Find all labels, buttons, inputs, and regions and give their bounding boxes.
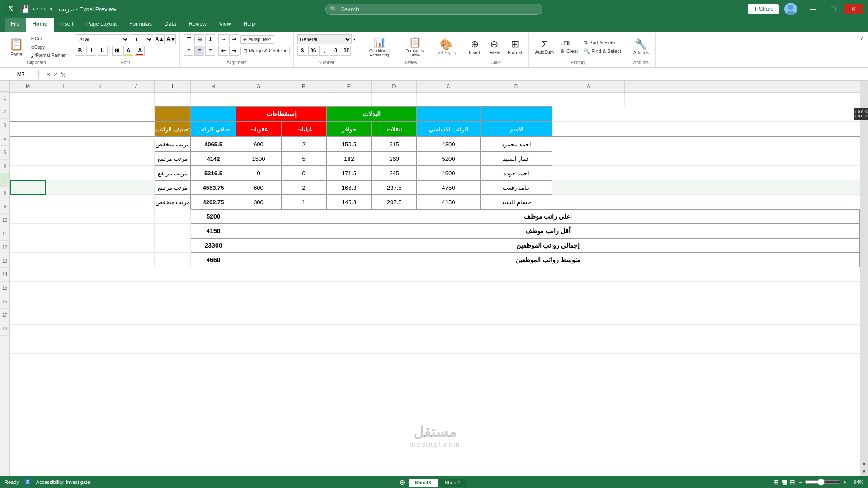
cell-M7-selected[interactable] <box>10 180 46 195</box>
conditional-formatting-button[interactable]: 📊 Conditional Formatting <box>363 35 396 59</box>
tab-home[interactable]: Home <box>26 18 53 32</box>
incentives-header[interactable]: حوافز <box>326 122 372 137</box>
cell-total-label[interactable]: إجمالي رواتب الموظفين <box>236 238 860 253</box>
cell-incentives-5[interactable]: 145.3 <box>326 195 372 209</box>
sidebar-scroll-down[interactable]: ▼ <box>860 467 868 476</box>
allowances-merged-header[interactable]: البدلات <box>326 106 417 122</box>
cell-A1[interactable] <box>552 93 625 106</box>
cell-net-2[interactable]: 4142 <box>191 151 236 166</box>
cell-J10[interactable] <box>118 224 155 238</box>
cell-absences-1[interactable]: 2 <box>281 137 326 151</box>
cell-D1[interactable] <box>372 93 417 106</box>
number-format-select[interactable]: General Number Currency Percentage <box>297 34 352 44</box>
cell-salary-class-3[interactable]: مرتب مرتفع <box>155 166 191 180</box>
cell-J3[interactable] <box>118 122 155 137</box>
close-button[interactable]: ✕ <box>844 4 863 14</box>
cell-H2-net-header-top[interactable] <box>191 106 236 122</box>
align-right-button[interactable]: ≡ <box>205 46 215 56</box>
fill-button[interactable]: ↓ Fill <box>558 39 580 47</box>
cell-total-value[interactable]: 23300 <box>191 238 236 253</box>
cell-M15[interactable] <box>10 296 46 310</box>
save-icon[interactable]: 💾 <box>21 5 30 14</box>
cell-absences-2[interactable]: 5 <box>281 151 326 166</box>
cell-max-value[interactable]: 5200 <box>191 209 236 224</box>
sidebar-scroll-up[interactable]: ▲ <box>860 459 868 467</box>
underline-button[interactable]: U <box>98 46 108 56</box>
cell-L12[interactable] <box>46 253 82 267</box>
cell-name-4[interactable]: حامد رفعت <box>480 180 552 195</box>
new-sheet-button[interactable]: ⊕ <box>396 478 408 487</box>
decrease-decimal-button[interactable]: .00 <box>341 46 351 56</box>
increase-decimal-button[interactable]: .0 <box>330 46 340 56</box>
page-break-view-icon[interactable]: ⊟ <box>790 479 795 486</box>
paste-button[interactable]: 📋 Paste <box>5 35 27 59</box>
cell-J11[interactable] <box>118 238 155 253</box>
wrap-text-button[interactable]: ↵ Wrap Text <box>240 35 274 44</box>
cell-J6[interactable] <box>118 166 155 180</box>
delete-button[interactable]: ⊖ Delete <box>485 37 503 56</box>
decrease-indent-button[interactable]: ⇤ <box>218 46 228 56</box>
align-middle-button[interactable]: ⊟ <box>194 34 204 44</box>
cell-K8[interactable] <box>82 195 118 209</box>
cell-K9[interactable] <box>82 209 118 224</box>
cell-net-4[interactable]: 4553.75 <box>191 180 236 195</box>
basic-salary-header[interactable]: الراتب الاساسي <box>417 122 480 137</box>
tab-data[interactable]: Data <box>158 18 182 32</box>
tab-insert[interactable]: Insert <box>54 18 80 32</box>
cell-C2-basic-header-top[interactable] <box>417 106 480 122</box>
cell-penalties-4[interactable]: 600 <box>236 180 281 195</box>
sheet-content[interactable]: M L K J I H G F E D C B A <box>10 81 860 476</box>
sheet-tab-sheet1[interactable]: Sheet1 <box>439 479 467 487</box>
cell-K11[interactable] <box>82 238 118 253</box>
cell-transfers-2[interactable]: 260 <box>372 151 417 166</box>
sheet-tab-sheet3[interactable]: Sheet3 <box>409 479 438 487</box>
cancel-formula-button[interactable]: ✕ <box>46 71 51 78</box>
cell-C1[interactable] <box>417 93 480 106</box>
cell-L4[interactable] <box>46 137 82 151</box>
cell-J2[interactable] <box>118 106 155 122</box>
zoom-slider[interactable] <box>805 479 841 486</box>
cell-L7[interactable] <box>46 180 82 195</box>
cell-M11[interactable] <box>10 238 46 253</box>
cell-reference-input[interactable] <box>3 70 39 79</box>
cell-basic-5[interactable]: 4150 <box>417 195 480 209</box>
normal-view-icon[interactable]: ⊞ <box>773 479 778 486</box>
insert-function-button[interactable]: fx <box>60 71 65 78</box>
cell-basic-3[interactable]: 4900 <box>417 166 480 180</box>
format-button[interactable]: ⊞ Format <box>505 37 525 56</box>
cell-M5[interactable] <box>10 151 46 166</box>
autosum-button[interactable]: Σ AutoSum <box>533 38 557 56</box>
cell-styles-button[interactable]: 🎨 Cell Styles <box>434 38 458 56</box>
cell-transfers-1[interactable]: 215 <box>372 137 417 151</box>
cell-K1[interactable] <box>82 93 118 106</box>
cell-K12[interactable] <box>82 253 118 267</box>
cut-button[interactable]: ✂ Cut <box>29 35 67 42</box>
cell-L1[interactable] <box>46 93 82 106</box>
cell-I12[interactable] <box>155 253 191 267</box>
align-top-button[interactable]: ⊤ <box>184 34 193 44</box>
transfers-header[interactable]: تنقلات <box>372 122 417 137</box>
cell-min-value[interactable]: 4150 <box>191 224 236 238</box>
cell-min-label[interactable]: أقل راتب موظف <box>236 224 860 238</box>
ribbon-collapse[interactable]: ∧ <box>859 33 866 67</box>
cell-I2-salary-class-header-top[interactable] <box>155 106 191 122</box>
cell-I11[interactable] <box>155 238 191 253</box>
redo-icon[interactable]: ↪ <box>41 5 46 13</box>
find-select-button[interactable]: 🔍 Find & Select <box>582 47 623 55</box>
cell-L3[interactable] <box>46 122 82 137</box>
zoom-in-button[interactable]: + <box>844 479 846 485</box>
cell-name-2[interactable]: عمار السيد <box>480 151 552 166</box>
align-bottom-button[interactable]: ⊥ <box>205 34 215 44</box>
cell-salary-class-1[interactable]: مرتب منخفض <box>155 137 191 151</box>
cell-L11[interactable] <box>46 238 82 253</box>
font-size-select[interactable]: 11 10 12 14 <box>131 34 153 44</box>
clear-button[interactable]: 🗑 Clear <box>558 47 580 55</box>
page-layout-view-icon[interactable]: ▦ <box>781 479 787 486</box>
align-left-button[interactable]: ≡ <box>184 46 193 56</box>
currency-button[interactable]: $ <box>297 46 307 56</box>
cell-avg-value[interactable]: 4660 <box>191 253 236 267</box>
tab-formulas[interactable]: Formulas <box>123 18 158 32</box>
cell-absences-4[interactable]: 2 <box>281 180 326 195</box>
cell-K3[interactable] <box>82 122 118 137</box>
cell-salary-class-5[interactable]: مرتب منخفض <box>155 195 191 209</box>
